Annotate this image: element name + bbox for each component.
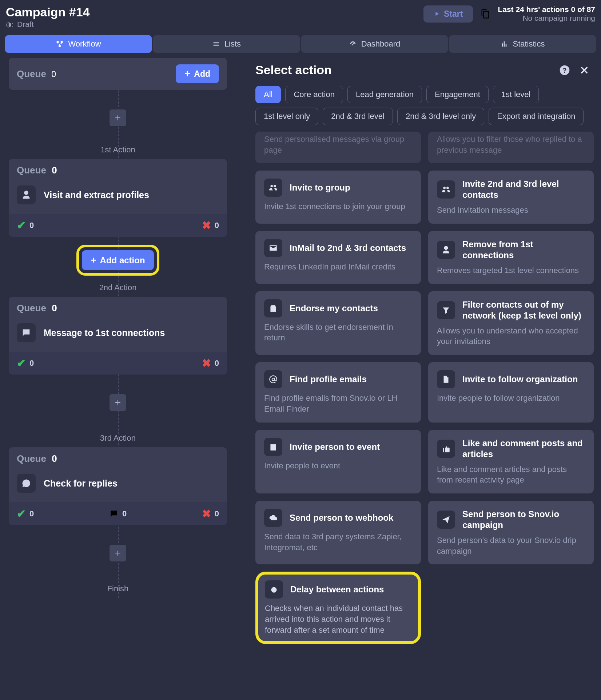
mail-icon — [264, 239, 282, 257]
calendar-icon — [264, 438, 282, 456]
lists-icon — [212, 40, 220, 48]
action-option[interactable]: Like and comment posts and articles Like… — [428, 430, 594, 493]
action-option[interactable]: Invite person to event Invite people to … — [255, 430, 421, 493]
timer-icon — [265, 580, 283, 599]
stage-label: 3rd Action — [100, 433, 136, 443]
workflow-icon — [56, 40, 64, 48]
stage-label: 2nd Action — [99, 283, 137, 292]
thumb-icon — [437, 440, 455, 458]
action-card-partial[interactable]: Send personalised messages via group pag… — [255, 132, 421, 163]
filter-chip[interactable]: All — [255, 86, 281, 103]
campaign-status: Draft — [17, 20, 34, 29]
cross-icon: ✖ — [202, 219, 211, 232]
group-add-icon — [264, 179, 282, 197]
close-button[interactable] — [578, 64, 591, 77]
insert-step-button[interactable]: + — [110, 394, 126, 411]
start-label: Start — [444, 9, 463, 19]
action-option[interactable]: Invite to group Invite 1st connections t… — [255, 171, 421, 224]
filter-chip[interactable]: 1st level only — [255, 108, 318, 125]
queue-start: Queue 0 +Add — [9, 58, 227, 90]
action-card[interactable]: Queue 0 Visit and extract profiles ✔0 ✖0 — [9, 159, 227, 237]
panel-title: Select action — [255, 63, 552, 77]
action-option[interactable]: Send person to webhook Send data to 3rd … — [255, 501, 421, 564]
tab-statistics-label: Statistics — [513, 39, 545, 49]
tab-workflow-label: Workflow — [68, 39, 101, 49]
action-option[interactable]: Invite to follow organization Invite peo… — [428, 362, 594, 422]
cloud-icon — [264, 509, 282, 527]
workflow-canvas: Queue 0 +Add +1st Action Queue 0 Visit a… — [5, 58, 231, 598]
filter-chips: AllCore actionLead generationEngagement1… — [255, 86, 594, 132]
duplicate-icon[interactable] — [480, 9, 490, 19]
action-option[interactable]: Delay between actions Checks when an ind… — [255, 572, 421, 644]
action-icon — [17, 185, 36, 204]
filter-chip[interactable]: 1st level — [493, 86, 539, 103]
filter-chip[interactable]: Engagement — [426, 86, 489, 103]
add-action-highlight: +Add action — [76, 245, 159, 276]
help-button[interactable] — [558, 64, 571, 77]
action-card[interactable]: Queue 0 Message to 1st connections ✔0 ✖0 — [9, 297, 227, 375]
statistics-icon — [500, 40, 508, 48]
users-icon — [437, 180, 455, 199]
insert-step-button[interactable]: + — [110, 109, 126, 126]
cross-icon: ✖ — [202, 357, 211, 369]
status-icon: ◑: — [6, 20, 13, 28]
send-icon — [437, 511, 455, 529]
tab-statistics[interactable]: Statistics — [449, 35, 596, 53]
action-card-partial[interactable]: Allows you to filter those who replied t… — [428, 132, 594, 163]
action-icon — [17, 474, 36, 493]
action-option[interactable]: Find profile emails Find profile emails … — [255, 362, 421, 422]
clipboard-icon — [264, 299, 282, 317]
user-minus-icon — [437, 241, 455, 259]
action-option[interactable]: Invite 2nd and 3rd level contacts Send i… — [428, 171, 594, 224]
dashboard-icon — [349, 40, 357, 48]
action-option[interactable]: Filter contacts out of my network (keep … — [428, 291, 594, 355]
last-actions: Last 24 hrs' actions 0 of 87 — [498, 5, 595, 14]
at-icon — [264, 370, 282, 388]
check-icon: ✔ — [17, 357, 26, 369]
filter-chip[interactable]: 2nd & 3rd level only — [397, 108, 484, 125]
building-icon — [437, 370, 455, 388]
select-action-panel: Select action AllCore actionLead generat… — [245, 58, 596, 644]
play-icon — [434, 11, 440, 17]
action-option[interactable]: Endorse my contacts Endorse skills to ge… — [255, 291, 421, 355]
action-card[interactable]: Queue 0 Check for replies ✔0 0 ✖0 — [9, 447, 227, 525]
action-icon — [17, 323, 36, 342]
campaign-title: Campaign #14 — [6, 5, 423, 19]
insert-step-button[interactable]: + — [110, 545, 126, 561]
action-option[interactable]: Remove from 1st connections Removes targ… — [428, 231, 594, 284]
tab-dashboard-label: Dashboard — [361, 39, 401, 49]
header: Campaign #14 ◑: Draft Start Last 24 hrs'… — [0, 0, 601, 35]
reply-icon — [109, 509, 119, 519]
action-grid: Send personalised messages via group pag… — [255, 132, 594, 644]
filter-chip[interactable]: Export and integration — [489, 108, 584, 125]
filter-chip[interactable]: 2nd & 3rd level — [323, 108, 393, 125]
add-contacts-button[interactable]: +Add — [176, 64, 219, 83]
filter-chip[interactable]: Lead generation — [347, 86, 422, 103]
check-icon: ✔ — [17, 219, 26, 232]
action-option[interactable]: Send person to Snov.io campaign Send per… — [428, 501, 594, 564]
finish-label: Finish — [107, 584, 129, 593]
nav-tabs: Workflow Lists Dashboard Statistics — [0, 35, 601, 58]
start-button[interactable]: Start — [423, 5, 473, 23]
tab-lists[interactable]: Lists — [153, 35, 300, 53]
stage-label: 1st Action — [100, 145, 135, 155]
cross-icon: ✖ — [202, 507, 211, 520]
tab-workflow[interactable]: Workflow — [5, 35, 152, 53]
filter-chip[interactable]: Core action — [285, 86, 343, 103]
filter-icon — [437, 301, 455, 319]
running-status: No campaign running — [498, 14, 595, 23]
tab-lists-label: Lists — [224, 39, 241, 49]
action-option[interactable]: InMail to 2nd & 3rd contacts Requires Li… — [255, 231, 421, 284]
add-action-button[interactable]: +Add action — [82, 250, 154, 270]
check-icon: ✔ — [17, 507, 26, 520]
tab-dashboard[interactable]: Dashboard — [301, 35, 448, 53]
